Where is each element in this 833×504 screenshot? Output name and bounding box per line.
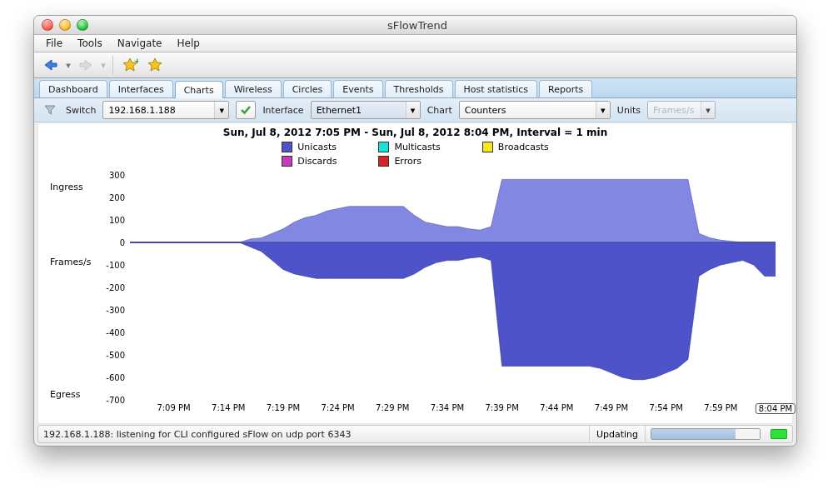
tab-charts[interactable]: Charts <box>175 81 223 98</box>
x-tick: 7:54 PM <box>649 403 682 412</box>
y-tick: 0 <box>120 238 130 247</box>
y-tick: 300 <box>109 171 130 180</box>
selector-bar: Switch 192.168.1.188 ▾ Interface Etherne… <box>34 98 796 122</box>
units-label: Units <box>617 105 641 116</box>
y-tick: -500 <box>106 351 130 360</box>
zoom-icon[interactable] <box>77 19 88 31</box>
legend-swatch-errors <box>378 156 389 167</box>
status-progress <box>651 428 761 440</box>
y-tick: -600 <box>106 373 130 382</box>
legend-label: Multicasts <box>394 142 440 152</box>
menubar: File Tools Navigate Help <box>34 35 796 52</box>
tab-host-stats[interactable]: Host statistics <box>455 80 538 97</box>
add-favorite-button[interactable]: + <box>118 55 142 75</box>
chart-panel: Sun, Jul 8, 2012 7:05 PM - Sun, Jul 8, 2… <box>37 122 793 424</box>
tab-reports[interactable]: Reports <box>539 80 592 97</box>
chart-combo[interactable]: Counters ▾ <box>459 101 611 119</box>
legend-swatch-discards <box>282 156 292 167</box>
chevron-down-icon: ▾ <box>701 102 715 118</box>
x-tick: 7:24 PM <box>321 403 354 412</box>
titlebar: sFlowTrend <box>34 16 796 35</box>
x-tick: 7:19 PM <box>267 403 300 412</box>
forward-button[interactable] <box>74 55 97 75</box>
minimize-icon[interactable] <box>59 19 71 31</box>
chart-legend: Unicasts Discards Multicasts Errors Broa… <box>38 142 792 167</box>
x-tick: 7:39 PM <box>485 403 518 412</box>
interface-label: Interface <box>262 105 303 116</box>
menu-navigate[interactable]: Navigate <box>111 36 169 51</box>
x-tick: 7:49 PM <box>595 403 628 412</box>
tab-dashboard[interactable]: Dashboard <box>39 80 107 97</box>
close-icon[interactable] <box>42 19 53 31</box>
tab-thresholds[interactable]: Thresholds <box>385 80 453 97</box>
interface-combo[interactable]: Ethernet1 ▾ <box>311 101 421 119</box>
toolbar: ▾ ▾ + <box>34 52 796 78</box>
egress-label: Egress <box>50 389 80 400</box>
y-tick: 100 <box>109 216 130 225</box>
status-state: Updating <box>590 426 646 442</box>
x-tick: 7:34 PM <box>431 403 464 412</box>
chevron-down-icon: ▾ <box>596 102 610 118</box>
x-tick: 7:59 PM <box>704 403 737 412</box>
legend-label: Discards <box>297 156 337 167</box>
tab-wireless[interactable]: Wireless <box>225 80 282 97</box>
ingress-label: Ingress <box>50 182 83 192</box>
y-tick: 200 <box>109 193 130 202</box>
status-message: 192.168.1.188: listening for CLI configu… <box>38 426 590 442</box>
legend-label: Broadcasts <box>498 142 549 152</box>
legend-label: Errors <box>394 156 421 167</box>
switch-combo[interactable]: 192.168.1.188 ▾ <box>102 101 229 119</box>
filter-funnel-icon[interactable] <box>41 102 59 118</box>
window-title: sFlowTrend <box>88 19 746 32</box>
favorites-button[interactable] <box>143 55 167 75</box>
x-tick: 7:44 PM <box>540 403 573 412</box>
forward-history-caret[interactable]: ▾ <box>99 60 107 71</box>
y-axis-label: Frames/s <box>50 257 91 267</box>
chart-label: Chart <box>427 105 452 116</box>
legend-label: Unicasts <box>297 142 337 152</box>
x-tick: 7:14 PM <box>212 403 245 412</box>
units-combo: Frames/s ▾ <box>647 101 716 119</box>
toolbar-separator <box>112 56 113 74</box>
tab-interfaces[interactable]: Interfaces <box>109 80 173 97</box>
chart-plot[interactable] <box>130 175 776 400</box>
y-tick: -100 <box>106 261 130 270</box>
chevron-down-icon: ▾ <box>214 102 228 118</box>
y-tick: -200 <box>106 283 130 292</box>
legend-swatch-multicasts <box>378 142 389 152</box>
menu-tools[interactable]: Tools <box>71 36 109 51</box>
legend-swatch-broadcasts <box>482 142 493 152</box>
app-window: sFlowTrend File Tools Navigate Help ▾ ▾ … <box>33 15 797 447</box>
menu-help[interactable]: Help <box>170 36 206 51</box>
back-history-caret[interactable]: ▾ <box>64 60 72 71</box>
y-tick: -700 <box>106 396 130 405</box>
menu-file[interactable]: File <box>39 36 69 51</box>
x-tick: 8:04 PM <box>756 403 796 414</box>
x-tick: 7:29 PM <box>376 403 409 412</box>
interface-value: Ethernet1 <box>312 105 365 116</box>
apply-check-button[interactable] <box>236 101 256 119</box>
svg-text:+: + <box>134 57 138 65</box>
status-led-icon <box>771 429 787 439</box>
chart-title: Sun, Jul 8, 2012 7:05 PM - Sun, Jul 8, 2… <box>38 127 792 138</box>
y-tick: -400 <box>106 328 130 337</box>
tab-circles[interactable]: Circles <box>283 80 332 97</box>
tabstrip: Dashboard Interfaces Charts Wireless Cir… <box>34 78 796 98</box>
legend-swatch-unicasts <box>282 142 292 152</box>
tab-events[interactable]: Events <box>333 80 382 97</box>
chart-value: Counters <box>460 105 510 116</box>
switch-label: Switch <box>66 105 96 116</box>
back-button[interactable] <box>39 55 62 75</box>
status-bar: 192.168.1.188: listening for CLI configu… <box>37 425 793 443</box>
chevron-down-icon: ▾ <box>406 102 420 118</box>
y-tick: -300 <box>106 306 130 315</box>
switch-value: 192.168.1.188 <box>103 105 178 116</box>
x-tick: 7:09 PM <box>157 403 190 412</box>
units-value: Frames/s <box>648 105 697 116</box>
